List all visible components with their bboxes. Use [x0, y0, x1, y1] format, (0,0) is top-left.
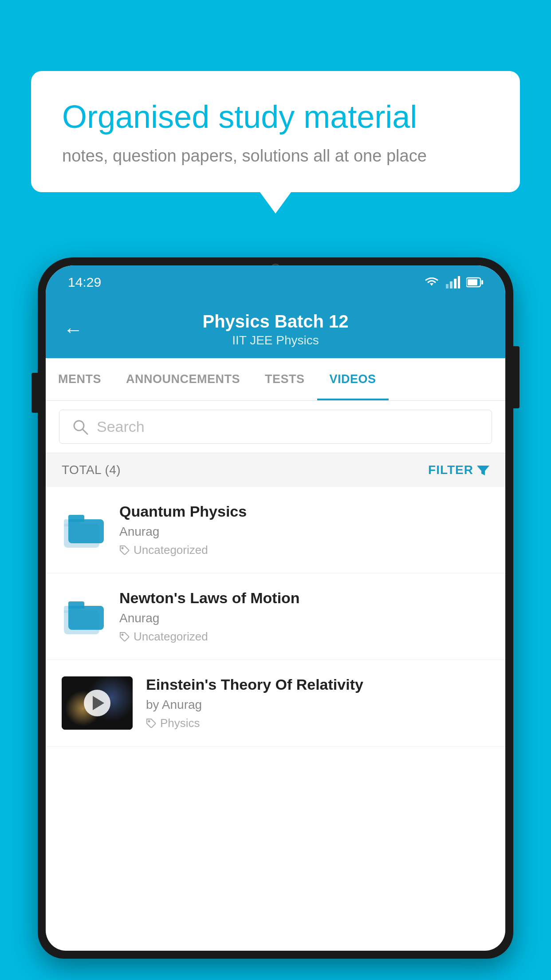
video-thumbnail: [62, 676, 133, 730]
video-info: Quantum Physics Anurag Uncategorized: [119, 503, 489, 557]
header-subtitle: IIT JEE Physics: [96, 333, 455, 348]
video-title: Quantum Physics: [119, 503, 489, 520]
svg-rect-3: [458, 276, 460, 288]
play-triangle-icon: [93, 696, 104, 710]
video-title: Newton's Laws of Motion: [119, 589, 489, 607]
play-button[interactable]: [84, 690, 110, 716]
battery-icon: [466, 277, 483, 288]
video-tag: Uncategorized: [119, 543, 489, 557]
list-item[interactable]: Einstein's Theory Of Relativity by Anura…: [46, 660, 505, 747]
svg-rect-2: [454, 279, 457, 288]
phone-mockup: 14:29: [38, 257, 513, 980]
tag-icon: [119, 545, 130, 556]
list-item[interactable]: Quantum Physics Anurag Uncategorized: [46, 487, 505, 573]
speech-bubble: Organised study material notes, question…: [31, 71, 520, 192]
header-title: Physics Batch 12: [96, 312, 455, 332]
tag-icon: [119, 632, 130, 642]
search-placeholder: Search: [97, 418, 145, 435]
svg-line-8: [83, 429, 87, 434]
tag-icon: [146, 718, 157, 729]
search-bar[interactable]: Search: [59, 410, 492, 444]
video-author: Anurag: [119, 525, 489, 539]
tab-ments[interactable]: MENTS: [46, 358, 114, 400]
svg-rect-5: [468, 279, 477, 285]
phone-screen: 14:29: [46, 265, 505, 951]
video-title: Einstein's Theory Of Relativity: [146, 676, 489, 693]
folder-stack: [64, 599, 104, 634]
svg-point-10: [122, 547, 123, 549]
folder-icon-wrap: [62, 512, 106, 548]
tabs-bar: MENTS ANNOUNCEMENTS TESTS VIDEOS: [46, 358, 505, 401]
filter-row: TOTAL (4) FILTER: [46, 453, 505, 487]
wifi-icon: [424, 276, 440, 288]
video-author: by Anurag: [146, 698, 489, 712]
folder-icon-wrap: [62, 599, 106, 634]
tab-announcements[interactable]: ANNOUNCEMENTS: [114, 358, 252, 400]
folder-front-icon: [68, 601, 104, 630]
video-tag: Physics: [146, 716, 489, 730]
svg-rect-1: [450, 281, 453, 288]
status-time: 14:29: [68, 275, 101, 290]
bubble-subtitle: notes, question papers, solutions all at…: [62, 146, 489, 166]
video-tag: Uncategorized: [119, 630, 489, 644]
filter-icon: [477, 464, 489, 476]
svg-point-12: [149, 720, 150, 722]
video-info: Newton's Laws of Motion Anurag Uncategor…: [119, 589, 489, 644]
tab-videos[interactable]: VIDEOS: [317, 358, 389, 400]
page-background: Organised study material notes, question…: [0, 0, 551, 980]
list-item[interactable]: Newton's Laws of Motion Anurag Uncategor…: [46, 573, 505, 660]
header-text: Physics Batch 12 IIT JEE Physics: [96, 312, 455, 348]
phone-outer: 14:29: [38, 257, 513, 959]
total-count: TOTAL (4): [62, 463, 121, 477]
status-bar: 14:29: [46, 265, 505, 299]
status-icons: [424, 276, 483, 288]
video-info: Einstein's Theory Of Relativity by Anura…: [146, 676, 489, 730]
svg-rect-6: [481, 280, 483, 285]
back-button[interactable]: ←: [63, 320, 83, 340]
search-icon: [72, 419, 89, 435]
app-header: ← Physics Batch 12 IIT JEE Physics: [46, 299, 505, 358]
svg-point-11: [122, 634, 123, 635]
signal-icon: [446, 276, 460, 288]
video-author: Anurag: [119, 611, 489, 625]
folder-stack: [64, 512, 104, 548]
speech-bubble-container: Organised study material notes, question…: [31, 71, 520, 192]
search-section: Search: [46, 401, 505, 453]
svg-marker-9: [477, 466, 489, 475]
filter-button[interactable]: FILTER: [428, 463, 489, 477]
video-list: Quantum Physics Anurag Uncategorized: [46, 487, 505, 747]
svg-rect-0: [446, 284, 449, 288]
bubble-title: Organised study material: [62, 98, 489, 136]
tab-tests[interactable]: TESTS: [252, 358, 317, 400]
folder-front-icon: [68, 515, 104, 543]
